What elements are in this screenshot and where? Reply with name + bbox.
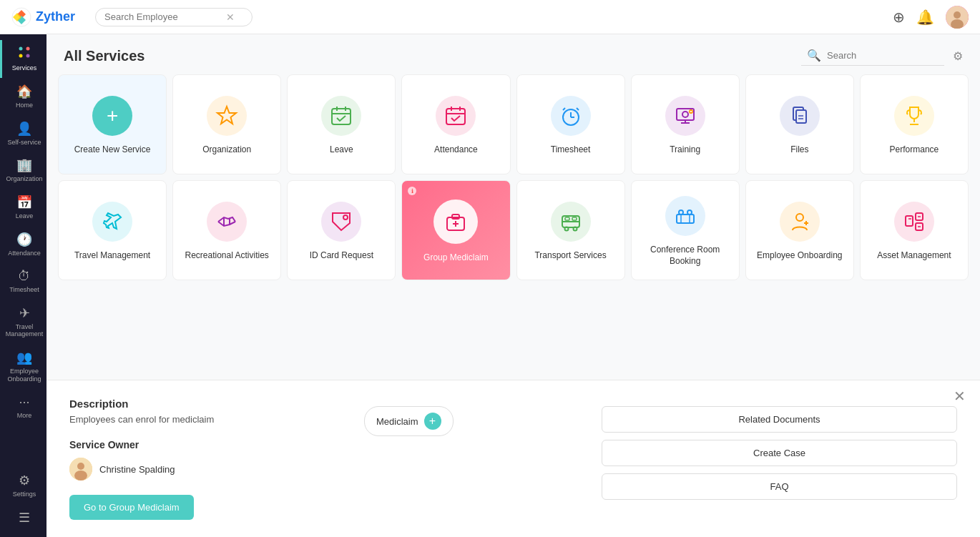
- sidebar-attendance-label: Attendance: [8, 250, 41, 257]
- sidebar-travel-label: Travel Management: [5, 323, 44, 339]
- search-employee-bar[interactable]: ✕: [95, 8, 253, 26]
- svg-point-26: [682, 112, 688, 117]
- hamburger-icon: ☰: [19, 510, 30, 526]
- service-card-asset[interactable]: Asset Management: [860, 180, 969, 280]
- travel-label: Travel Management: [74, 250, 150, 262]
- desk-icon: [674, 205, 697, 227]
- svg-rect-48: [565, 217, 569, 220]
- sidebar: Services 🏠 Home 👤 Self-service 🏢 Organiz…: [0, 34, 46, 537]
- sidebar-item-home[interactable]: 🏠 Home: [0, 78, 46, 115]
- service-card-transport[interactable]: Transport Services: [516, 180, 625, 280]
- svg-point-5: [954, 11, 961, 19]
- performance-icon-wrap: [894, 96, 934, 136]
- trophy-icon: [903, 104, 926, 127]
- leave-icon-wrap: [321, 96, 361, 136]
- service-card-leave[interactable]: Leave: [287, 74, 396, 174]
- home-icon: 🏠: [16, 84, 32, 99]
- files-label: Files: [790, 144, 808, 156]
- svg-rect-16: [446, 109, 465, 124]
- person-onboard-icon: [788, 210, 811, 233]
- sidebar-item-menu[interactable]: ☰: [8, 504, 39, 531]
- organization-icon-wrap: [207, 96, 247, 136]
- svg-point-66: [74, 471, 87, 481]
- sidebar-org-label: Organization: [6, 175, 42, 183]
- medkit-icon: [444, 210, 467, 233]
- service-card-create-new[interactable]: + Create New Service: [58, 74, 167, 174]
- svg-line-24: [577, 108, 579, 110]
- sidebar-item-organization[interactable]: 🏢 Organization: [0, 152, 46, 189]
- sidebar-item-employee-onboarding[interactable]: 👥 Employee Onboarding: [0, 344, 46, 389]
- search-bar[interactable]: 🔍: [801, 46, 944, 66]
- service-card-organization[interactable]: Organization: [172, 74, 281, 174]
- search-icon: 🔍: [807, 49, 821, 62]
- create-case-button[interactable]: Create Case: [602, 440, 957, 466]
- svg-point-7: [19, 47, 23, 51]
- plane-icon: [101, 210, 124, 233]
- service-card-employee-onboarding[interactable]: Employee Onboarding: [745, 180, 854, 280]
- service-card-files[interactable]: Files: [745, 74, 854, 174]
- transport-icon-wrap: [551, 202, 591, 242]
- create-new-label: Create New Service: [74, 144, 151, 156]
- create-new-icon-wrap: +: [92, 96, 132, 136]
- mediclaim-chip-label: Mediclaim: [376, 416, 418, 427]
- settings-icon: ⚙: [19, 473, 30, 488]
- service-card-group-mediclaim[interactable]: ℹ Group Mediclaim: [401, 180, 510, 280]
- sidebar-item-leave[interactable]: 📅 Leave: [0, 189, 46, 226]
- sidebar-self-service-label: Self-service: [7, 139, 41, 147]
- sidebar-item-attendance[interactable]: 🕐 Attendance: [0, 226, 46, 263]
- service-card-recreational[interactable]: Recreational Activities: [172, 180, 281, 280]
- close-button[interactable]: ✕: [954, 389, 966, 403]
- training-label: Training: [670, 144, 700, 156]
- svg-rect-50: [677, 215, 694, 223]
- service-card-performance[interactable]: Performance: [860, 74, 969, 174]
- service-card-attendance[interactable]: Attendance: [401, 74, 510, 174]
- goto-button[interactable]: Go to Group Mediclaim: [69, 495, 194, 520]
- user-avatar[interactable]: [946, 6, 969, 29]
- svg-rect-58: [906, 216, 913, 226]
- service-card-conference[interactable]: Conference Room Booking: [631, 180, 740, 280]
- services-icon: [18, 46, 31, 62]
- related-documents-button[interactable]: Related Documents: [602, 406, 957, 433]
- svg-point-52: [687, 210, 692, 215]
- clear-search-icon[interactable]: ✕: [226, 11, 235, 23]
- sidebar-item-travel[interactable]: ✈ Travel Management: [0, 300, 46, 345]
- handshake-icon: [215, 210, 238, 233]
- sidebar-item-settings[interactable]: ⚙ Settings: [8, 467, 39, 504]
- files-icon-wrap: [780, 96, 820, 136]
- sidebar-item-timesheet[interactable]: ⏱ Timesheet: [0, 263, 46, 300]
- sidebar-item-more[interactable]: ··· More: [0, 389, 46, 425]
- sidebar-item-services[interactable]: Services: [0, 40, 46, 78]
- svg-rect-32: [796, 110, 806, 123]
- sidebar-bottom: ⚙ Settings ☰: [8, 467, 39, 531]
- owner-row: Christine Spalding: [69, 458, 341, 481]
- faq-button[interactable]: FAQ: [602, 473, 957, 500]
- add-icon[interactable]: ⊕: [893, 9, 905, 26]
- self-service-icon: 👤: [16, 121, 32, 137]
- service-card-training[interactable]: Training: [631, 74, 740, 174]
- topbar: Zyther ✕ ⊕ 🔔: [0, 0, 980, 34]
- search-input[interactable]: [827, 50, 941, 61]
- sidebar-item-self-service[interactable]: 👤 Self-service: [0, 115, 46, 152]
- service-card-timesheet[interactable]: Timesheet: [516, 74, 625, 174]
- files-icon: [788, 104, 811, 127]
- conference-icon-wrap: [665, 196, 705, 236]
- travel-icon: ✈: [19, 305, 30, 321]
- notification-icon[interactable]: 🔔: [916, 9, 934, 26]
- detail-left: Description Employees can enrol for medi…: [69, 398, 341, 520]
- detail-panel: ✕ Description Employees can enrol for me…: [46, 380, 980, 537]
- logo: Zyther: [11, 7, 75, 27]
- svg-marker-11: [217, 107, 236, 124]
- topbar-right: ⊕ 🔔: [893, 6, 969, 29]
- id-card-icon-wrap: [321, 202, 361, 242]
- search-employee-input[interactable]: [104, 11, 226, 22]
- leave-calendar-icon: [330, 104, 353, 127]
- plus-icon: +: [107, 104, 118, 127]
- service-card-travel[interactable]: Travel Management: [58, 180, 167, 280]
- add-mediclaim-icon[interactable]: +: [424, 413, 441, 430]
- organization-label: Organization: [202, 144, 251, 156]
- service-card-id-card[interactable]: ID Card Request: [287, 180, 396, 280]
- employee-onboarding-icon: 👥: [16, 350, 32, 365]
- logo-text: Zyther: [36, 9, 75, 24]
- attendance-icon: 🕐: [16, 232, 32, 247]
- settings-gear-icon[interactable]: ⚙: [953, 49, 963, 63]
